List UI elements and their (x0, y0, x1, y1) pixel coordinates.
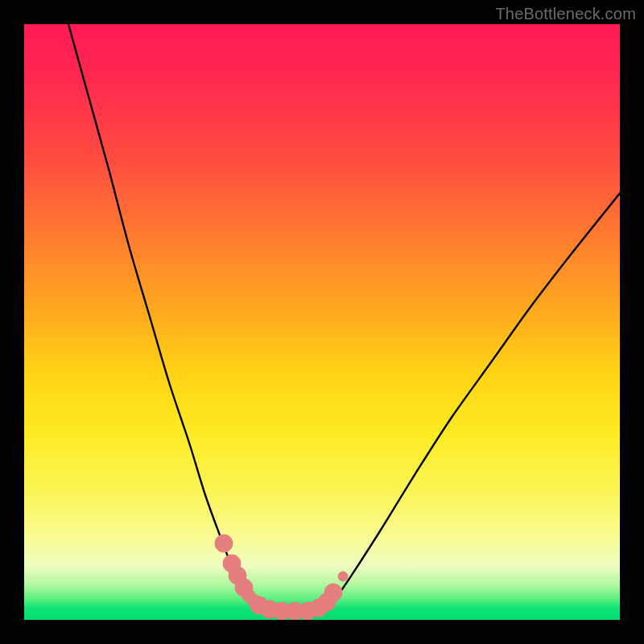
curve-markers (215, 535, 348, 620)
watermark-text: TheBottleneck.com (495, 5, 636, 23)
bottleneck-curve (68, 24, 620, 611)
curve-marker (338, 572, 348, 581)
curve-marker (324, 584, 342, 601)
plot-area (24, 24, 620, 620)
chart-svg (24, 24, 620, 620)
curve-marker (215, 535, 233, 552)
chart-frame: TheBottleneck.com (0, 0, 644, 644)
